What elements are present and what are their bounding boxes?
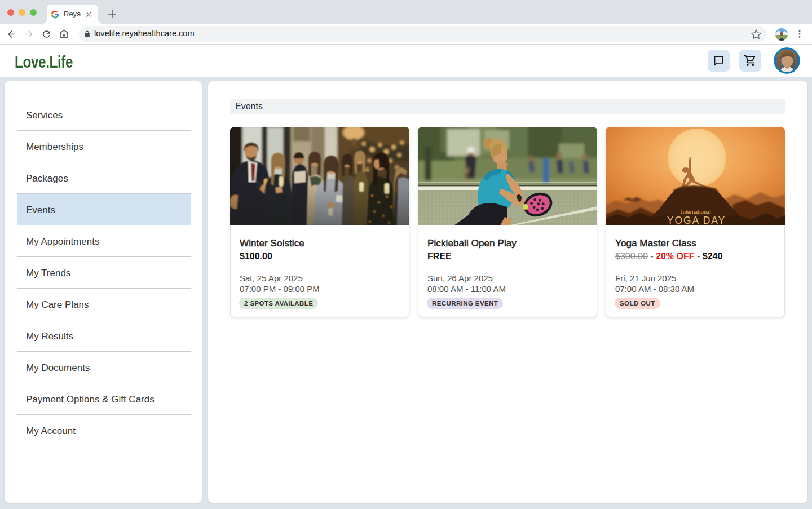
svg-text:International: International [681,209,711,215]
svg-text:YOGA DAY: YOGA DAY [667,215,726,225]
